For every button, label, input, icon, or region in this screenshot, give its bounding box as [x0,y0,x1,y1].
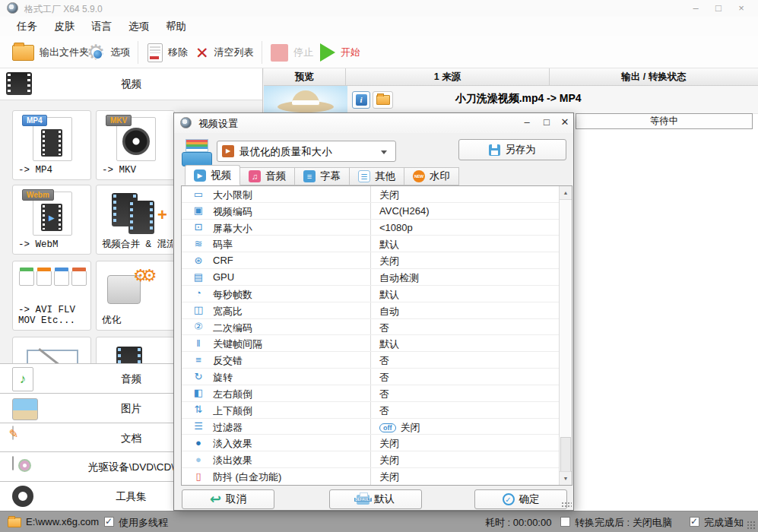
toolbar-separator [138,41,138,64]
dialog-minimize-button[interactable]: – [518,115,536,130]
rotate-icon: ↻ [191,371,206,383]
media-info-button[interactable]: i [352,91,370,109]
default-label: 默认 [374,492,395,506]
stabilize-icon: ▯ [191,470,206,483]
dialog-resize-grip[interactable] [561,502,572,508]
flip-vertical-icon: ⇅ [191,404,206,416]
card-to-avi-flv-mov[interactable]: -> AVI FLV MOV Etc... [12,261,91,331]
setting-row-fps[interactable]: ◔ 每秒帧数 默认 [182,286,572,302]
tab-subtitle[interactable]: ≡ 字幕 [295,167,350,185]
shutdown-after-checkbox[interactable] [560,517,570,527]
tab-label: 其他 [375,169,395,183]
ruler-icon: ▭ [191,188,206,201]
status-badge: 等待中 [576,113,753,129]
setting-value: <1080p [379,222,413,233]
stop-button[interactable]: 停止 [271,36,313,68]
profile-select[interactable]: ▶ 最优化的质量和大小 [217,141,396,162]
setting-row-screen-size[interactable]: ⊡ 屏幕大小 <1080p [182,220,572,236]
menu-options[interactable]: 选项 [125,17,152,36]
setting-row-crf[interactable]: ⊛ CRF 关闭 [182,252,572,269]
close-button[interactable]: × [731,0,751,17]
setting-label: 屏幕大小 [213,222,252,236]
menu-help[interactable]: 帮助 [163,17,189,36]
two-pass-icon: ② [191,321,206,333]
save-as-button[interactable]: 另存为 [458,139,566,160]
setting-row-aspect-ratio[interactable]: ◫ 宽高比 自动 [182,302,572,319]
maximize-button[interactable]: □ [709,0,728,17]
card-to-mkv[interactable]: MKV -> MKV [96,110,175,180]
sidebar-header-video[interactable]: 视频 [0,68,262,100]
scroll-down-arrow[interactable]: ▼ [560,471,572,485]
setting-value: 否 [379,388,389,401]
output-path-folder-icon [8,518,21,527]
cancel-button[interactable]: ↩ 取消 [182,489,274,509]
output-folder-button[interactable]: 输出文件夹 [12,36,89,68]
card-video-merge-mux[interactable]: + 视频合并 & 混流 [96,185,175,255]
cancel-label: 取消 [226,492,246,506]
setting-row-size-limit[interactable]: ▭ 大小限制 关闭 [182,186,572,203]
card-to-mp4[interactable]: MP4 -> MP4 [12,110,91,180]
start-button[interactable]: 开始 [320,36,360,68]
setting-row-keyframe-interval[interactable]: ‖ 关键帧间隔 默认 [182,335,572,352]
tab-label: 字幕 [320,169,341,183]
setting-row-video-encode[interactable]: ▣ 视频编码 AVC(H264) [182,203,572,220]
setting-label: 反交错 [213,354,243,368]
profile-value: 最优化的质量和大小 [239,145,332,159]
film-icon [41,129,62,157]
setting-row-rotate[interactable]: ↻ 旋转 否 [182,369,572,385]
dialog-close-button[interactable]: ✕ [556,115,574,130]
card-optimize[interactable]: ⚙⚙ 优化 [96,261,175,331]
setting-value: 关闭 [379,255,399,268]
menu-skin[interactable]: 皮肤 [51,17,78,36]
remove-button[interactable]: 移除 [147,36,188,68]
video-settings-dialog: 视频设置 – □ ✕ ▶ 最优化的质量和大小 另存为 ▶ 视频 ♫ 音频 ≡ 字… [173,112,574,511]
tab-audio[interactable]: ♫ 音频 [240,167,295,185]
dialog-title: 视频设置 [198,117,238,131]
setting-row-bitrate[interactable]: ≋ 码率 默认 [182,236,572,252]
setting-label: GPU [213,271,234,283]
setting-row-filter[interactable]: ☰ 过滤器 off关闭 [182,419,572,435]
open-folder-button[interactable] [373,91,393,109]
dialog-titlebar[interactable]: 视频设置 – □ ✕ [174,113,573,133]
default-button[interactable]: DEFAULT 默认 [329,489,422,509]
elapsed-time: 耗时 : 00:00:00 [485,516,551,530]
setting-label: 大小限制 [213,188,252,202]
output-path[interactable]: E:\www.x6g.com [26,516,99,527]
menu-tasks[interactable]: 任务 [14,17,40,36]
setting-value: 关闭 [379,188,399,202]
queue-row[interactable]: i 小刀洗澡视频.mp4 -> MP4 [264,86,758,114]
table-scrollbar[interactable]: ▲ ▼ [559,186,572,485]
setting-row-gpu[interactable]: ▤ GPU 自动检测 [182,269,572,286]
minimize-button[interactable]: – [686,0,706,17]
card-label: -> WebM [18,239,89,250]
tab-other[interactable]: ☰ 其他 [350,167,404,185]
setting-label: 旋转 [213,371,233,385]
ok-button[interactable]: ✓ 确定 [474,489,567,509]
setting-label: 上下颠倒 [213,404,252,418]
tab-video[interactable]: ▶ 视频 [185,165,240,185]
setting-row-deinterlace[interactable]: ≡ 反交错 否 [182,352,572,369]
setting-row-stabilize[interactable]: ▯ 防抖 (白金功能) 关闭 [182,468,572,485]
card-partial-crop[interactable] [12,337,91,363]
notify-checkbox[interactable] [690,517,699,527]
setting-row-two-pass[interactable]: ② 二次编码 否 [182,319,572,336]
setting-row-fade-in[interactable]: ● 淡入效果 关闭 [182,435,572,451]
dialog-maximize-button[interactable]: □ [538,115,556,130]
filter-icon: ☰ [191,420,206,432]
gear-icon: ⚙ [87,43,105,63]
card-to-webm[interactable]: ▶ Webm -> WebM [12,185,91,255]
setting-value: 关闭 [379,437,399,451]
clear-list-button[interactable]: ✕ 清空列表 [195,36,254,68]
setting-row-flip-vertical[interactable]: ⇅ 上下颠倒 否 [182,402,572,419]
chevron-down-icon [381,150,387,154]
vob-mini-icon [71,271,87,286]
setting-row-fade-out[interactable]: ● 淡出效果 关闭 [182,451,572,468]
tab-watermark[interactable]: NEW 水印 [404,167,459,185]
scroll-up-arrow[interactable]: ▲ [560,186,572,200]
resize-grip[interactable] [747,521,756,530]
card-partial-film[interactable] [96,337,175,363]
multithread-checkbox[interactable] [104,517,114,527]
options-button[interactable]: ⚙ 选项 [87,36,130,68]
setting-row-flip-horizontal[interactable]: ◧ 左右颠倒 否 [182,385,572,402]
menu-language[interactable]: 语言 [88,17,115,36]
